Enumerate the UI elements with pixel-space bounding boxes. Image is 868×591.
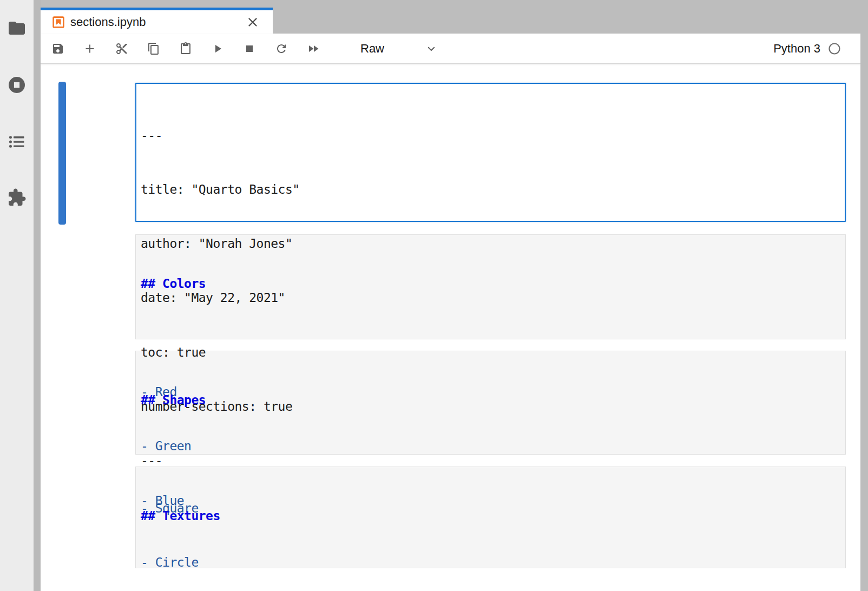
running-sessions-icon[interactable]: [7, 75, 27, 95]
paste-cells-icon[interactable]: [179, 42, 192, 55]
code-line: title: "Quarto Basics": [141, 181, 839, 199]
file-browser-icon[interactable]: [7, 18, 27, 38]
interrupt-kernel-icon[interactable]: [243, 42, 256, 55]
cut-cells-icon[interactable]: [115, 42, 128, 55]
cell-markdown-textures[interactable]: ## Textures - Smooth - Bumpy - Fuzzy: [135, 467, 846, 568]
insert-cell-icon[interactable]: [83, 42, 96, 55]
window-right-edge: [860, 0, 868, 591]
restart-kernel-icon[interactable]: [275, 42, 288, 55]
extensions-icon[interactable]: [7, 188, 27, 207]
kernel-idle-icon[interactable]: [828, 42, 841, 55]
code-line: ---: [141, 127, 839, 145]
active-cell-collapser[interactable]: [58, 82, 66, 225]
main-panel: sections.ipynb: [41, 0, 860, 591]
cell-list: --- title: "Quarto Basics" author: "Nora…: [135, 83, 846, 568]
restart-run-all-icon[interactable]: [307, 42, 320, 55]
tab-bar: sections.ipynb: [41, 0, 860, 34]
markdown-header: ## Textures: [141, 507, 840, 525]
blank-line: [141, 445, 840, 463]
cell-raw-yaml[interactable]: --- title: "Quarto Basics" author: "Nora…: [135, 83, 846, 222]
chevron-down-icon[interactable]: [426, 44, 436, 54]
tab-title: sections.ipynb: [70, 15, 146, 29]
notebook-toolbar: Raw Python 3: [41, 34, 860, 64]
copy-cells-icon[interactable]: [147, 42, 160, 55]
blank-line: [141, 561, 840, 579]
save-icon[interactable]: [51, 42, 64, 55]
cell-type-select[interactable]: Raw: [360, 42, 384, 56]
jupyterlab-window: sections.ipynb: [0, 0, 868, 591]
table-of-contents-icon[interactable]: [7, 132, 27, 152]
notebook-icon: [52, 16, 65, 29]
notebook-scroll-area[interactable]: --- title: "Quarto Basics" author: "Nora…: [41, 64, 860, 591]
kernel-name[interactable]: Python 3: [773, 42, 820, 56]
left-sidebar: [0, 0, 34, 591]
tab-sections-ipynb[interactable]: sections.ipynb: [41, 8, 273, 34]
blank-line: [141, 329, 840, 347]
sidebar-splitter[interactable]: [34, 0, 41, 591]
run-cell-icon[interactable]: [211, 42, 224, 55]
close-icon[interactable]: [246, 15, 260, 29]
